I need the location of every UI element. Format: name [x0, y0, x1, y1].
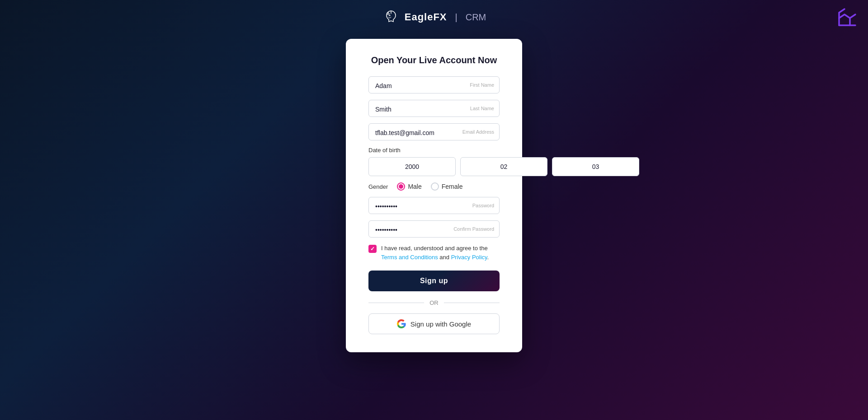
first-name-group: First Name [368, 76, 500, 93]
or-text: OR [429, 299, 439, 306]
gender-female-option[interactable]: Female [431, 182, 463, 191]
gender-male-option[interactable]: Male [397, 182, 421, 191]
card-title: Open Your Live Account Now [368, 55, 500, 65]
gender-female-radio[interactable] [431, 182, 439, 191]
agree-text: I have read, understood and agree to the… [381, 244, 500, 261]
signup-button[interactable]: Sign up [368, 271, 500, 291]
or-line-left [368, 303, 424, 303]
corner-icon [835, 5, 859, 31]
agree-row: I have read, understood and agree to the… [368, 244, 500, 261]
first-name-input[interactable] [368, 76, 500, 93]
or-line-right [444, 303, 500, 303]
dob-day-input[interactable] [552, 157, 639, 176]
google-icon [397, 319, 406, 328]
logo-divider: | [455, 12, 458, 23]
password-input[interactable] [368, 197, 500, 214]
signup-card: Open Your Live Account Now First Name La… [346, 39, 522, 352]
gender-label: Gender [368, 183, 388, 190]
last-name-input[interactable] [368, 100, 500, 117]
privacy-link[interactable]: Privacy Policy [451, 254, 487, 261]
dob-row [368, 157, 500, 176]
last-name-group: Last Name [368, 100, 500, 117]
dob-month-input[interactable] [460, 157, 547, 176]
svg-point-1 [389, 15, 390, 16]
logo-crm: CRM [466, 12, 486, 23]
header: EagleFX | CRM [0, 0, 868, 34]
dob-year-input[interactable] [368, 157, 456, 176]
dob-label: Date of birth [368, 147, 500, 154]
gender-male-radio[interactable] [397, 182, 405, 191]
agree-checkbox[interactable] [368, 245, 377, 253]
logo-text: EagleFX [405, 11, 447, 23]
logo-area: EagleFX | CRM [382, 8, 486, 26]
confirm-password-group: Confirm Password [368, 220, 500, 238]
or-divider: OR [368, 299, 500, 306]
password-group: Password [368, 197, 500, 214]
eagle-logo-icon [382, 8, 400, 26]
email-input[interactable] [368, 123, 500, 140]
gender-male-label: Male [408, 183, 421, 190]
gender-female-label: Female [442, 183, 463, 190]
email-group: Email Address [368, 123, 500, 140]
terms-link[interactable]: Terms and Conditions [381, 254, 438, 261]
google-signup-button[interactable]: Sign up with Google [368, 313, 500, 334]
google-btn-label: Sign up with Google [410, 320, 471, 328]
confirm-password-input[interactable] [368, 220, 500, 238]
gender-row: Gender Male Female [368, 182, 500, 191]
